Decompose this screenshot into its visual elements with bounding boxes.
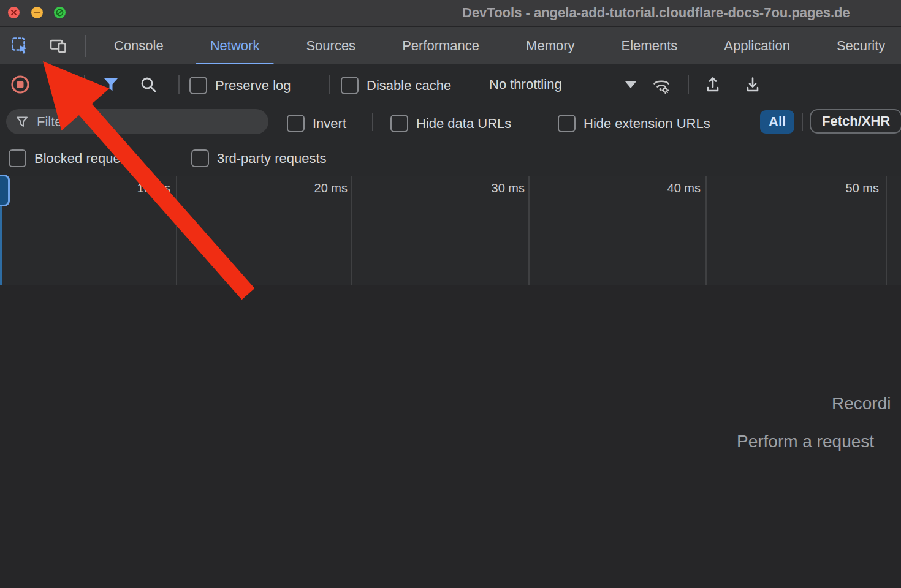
checkbox-box: [9, 149, 26, 167]
devtools-window: DevTools - angela-add-tutorial.cloudflar…: [0, 0, 901, 588]
throttling-select[interactable]: No throttling: [489, 73, 636, 96]
network-toolbar: Preserve log Disable cache No throttling: [0, 64, 901, 105]
filter-input-container: [6, 109, 268, 134]
third-party-requests-label: 3rd-party requests: [217, 151, 327, 167]
import-har-button[interactable]: [704, 75, 722, 96]
filter-funnel-outline-icon: [15, 115, 29, 129]
filter-toggle-button[interactable]: [102, 76, 120, 97]
blocked-requests-checkbox[interactable]: Blocked requests: [9, 149, 138, 167]
tab-elements[interactable]: Elements: [598, 27, 701, 65]
hide-data-urls-label: Hide data URLs: [416, 116, 511, 132]
window-title: DevTools - angela-add-tutorial.cloudflar…: [462, 5, 850, 21]
network-overview-timeline[interactable]: 10 ms 20 ms 30 ms 40 ms 50 ms: [0, 176, 901, 286]
preserve-log-checkbox[interactable]: Preserve log: [189, 77, 291, 94]
overview-drag-handle[interactable]: [0, 175, 10, 206]
export-download-icon: [743, 75, 762, 94]
disable-cache-label: Disable cache: [367, 78, 451, 94]
clear-icon: [50, 76, 68, 94]
inspect-cursor-icon: [11, 37, 29, 55]
empty-state-hint-text: Perform a request: [737, 432, 874, 451]
tab-security[interactable]: Security: [813, 27, 901, 65]
panel-tabs: Console Network Sources Performance Memo…: [91, 27, 901, 65]
inspect-element-button[interactable]: [10, 36, 31, 56]
filter-input[interactable]: [36, 113, 260, 130]
disable-cache-checkbox[interactable]: Disable cache: [341, 77, 451, 94]
toolbar-divider: [329, 75, 330, 94]
device-toolbar-icon: [49, 37, 69, 55]
request-type-filter-fetch-xhr[interactable]: Fetch/XHR: [810, 109, 901, 134]
blocked-requests-label: Blocked requests: [34, 151, 138, 167]
invert-checkbox[interactable]: Invert: [287, 115, 346, 132]
checkbox-box: [189, 77, 207, 94]
tab-console[interactable]: Console: [91, 27, 187, 65]
checkbox-box: [341, 77, 359, 94]
timeline-tick-label: 40 ms: [645, 181, 701, 195]
timeline-gridline: [176, 176, 177, 285]
record-stop-icon: [10, 74, 31, 95]
invert-label: Invert: [313, 116, 346, 132]
network-conditions-button[interactable]: [652, 75, 671, 97]
preserve-log-label: Preserve log: [215, 78, 291, 94]
throttling-value: No throttling: [489, 77, 562, 92]
close-icon: [8, 7, 20, 18]
zoom-disabled-icon: [54, 7, 66, 18]
clear-network-log-button[interactable]: [50, 76, 68, 97]
checkbox-box: [287, 115, 305, 132]
record-stop-button[interactable]: [10, 74, 31, 97]
chevron-down-icon: [625, 81, 636, 88]
timeline-gridline: [705, 176, 707, 285]
tab-performance[interactable]: Performance: [379, 27, 503, 65]
title-bar: DevTools - angela-add-tutorial.cloudflar…: [0, 0, 901, 26]
checkbox-box: [390, 115, 408, 132]
timeline-tick-label: 20 ms: [292, 181, 348, 195]
timeline-tick-label: 10 ms: [115, 181, 170, 195]
tab-memory[interactable]: Memory: [503, 27, 598, 65]
timeline-gridline: [886, 176, 887, 285]
timeline-gridline: [351, 176, 352, 285]
timeline-gridline: [528, 176, 530, 285]
export-har-button[interactable]: [743, 75, 762, 96]
hide-extension-urls-checkbox[interactable]: Hide extension URLs: [558, 115, 710, 132]
import-upload-icon: [704, 75, 722, 94]
request-options-row: Blocked requests 3rd-party requests: [0, 140, 901, 176]
timeline-tick-label: 30 ms: [470, 181, 525, 195]
filter-funnel-icon: [102, 76, 120, 94]
toggle-device-toolbar-button[interactable]: [48, 36, 69, 56]
devtools-tab-bar: Console Network Sources Performance Memo…: [0, 26, 901, 65]
search-button[interactable]: [140, 76, 158, 97]
tab-application[interactable]: Application: [701, 27, 813, 65]
checkbox-box: [191, 149, 209, 167]
timeline-tick-label: 50 ms: [824, 181, 879, 195]
wifi-gear-icon: [652, 75, 671, 95]
toolbar-divider: [84, 75, 85, 94]
empty-state-recording-text: Recordi: [832, 394, 891, 413]
checkbox-box: [558, 115, 576, 132]
minimize-icon: [31, 7, 43, 18]
toolbar-divider: [688, 75, 689, 94]
tab-network[interactable]: Network: [187, 27, 283, 65]
hide-extension-urls-label: Hide extension URLs: [584, 116, 710, 132]
zoom-window-button[interactable]: [54, 7, 66, 18]
minimize-window-button[interactable]: [31, 7, 43, 18]
filter-row-divider: [372, 113, 373, 131]
tab-bar-divider: [85, 35, 86, 57]
request-list-empty-area: Recordi Perform a request: [0, 285, 901, 588]
search-icon: [140, 76, 158, 94]
toolbar-divider: [178, 75, 180, 94]
hide-data-urls-checkbox[interactable]: Hide data URLs: [390, 115, 511, 132]
filter-row-divider: [802, 113, 803, 131]
third-party-requests-checkbox[interactable]: 3rd-party requests: [191, 149, 327, 167]
network-filter-row: Invert Hide data URLs Hide extension URL…: [0, 104, 901, 140]
tab-sources[interactable]: Sources: [283, 27, 379, 65]
close-window-button[interactable]: [8, 7, 20, 18]
request-type-filter-all[interactable]: All: [760, 110, 794, 134]
